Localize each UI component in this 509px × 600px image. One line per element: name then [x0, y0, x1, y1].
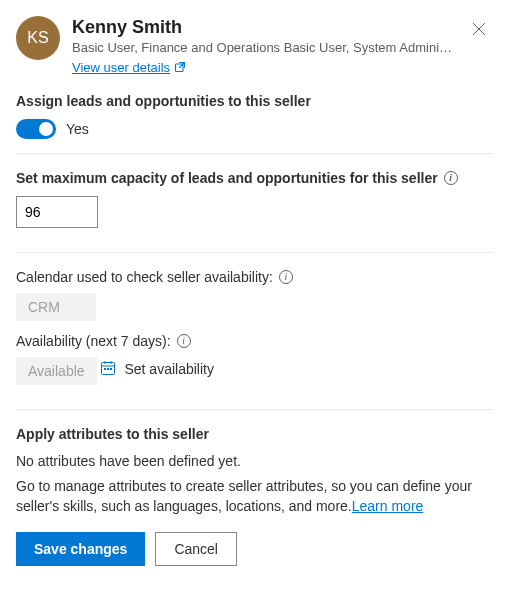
avatar: KS: [16, 16, 60, 60]
save-button[interactable]: Save changes: [16, 532, 145, 566]
calendar-label-text: Calendar used to check seller availabili…: [16, 269, 273, 285]
view-user-details-link[interactable]: View user details: [72, 60, 186, 75]
svg-rect-6: [107, 368, 109, 370]
view-user-details-label: View user details: [72, 60, 170, 75]
open-new-window-icon: [174, 61, 186, 73]
svg-rect-7: [110, 368, 112, 370]
info-icon[interactable]: i: [177, 334, 191, 348]
calendar-icon: [100, 360, 116, 379]
divider: [16, 409, 493, 410]
capacity-label-text: Set maximum capacity of leads and opport…: [16, 170, 438, 186]
divider: [16, 153, 493, 154]
close-icon: [472, 22, 486, 39]
set-availability-label: Set availability: [124, 361, 214, 377]
assign-toggle-text: Yes: [66, 121, 89, 137]
user-name: Kenny Smith: [72, 16, 453, 39]
user-roles: Basic User, Finance and Operations Basic…: [72, 39, 453, 57]
attributes-empty-text: No attributes have been defined yet.: [16, 452, 493, 472]
svg-rect-5: [104, 368, 106, 370]
learn-more-link[interactable]: Learn more: [352, 498, 424, 514]
avatar-initials: KS: [27, 29, 48, 47]
divider: [16, 252, 493, 253]
availability-value: Available: [16, 357, 97, 385]
set-availability-link[interactable]: Set availability: [100, 360, 214, 379]
assign-toggle[interactable]: [16, 119, 56, 139]
capacity-input[interactable]: [16, 196, 98, 228]
calendar-label: Calendar used to check seller availabili…: [16, 269, 493, 285]
attributes-title: Apply attributes to this seller: [16, 426, 493, 442]
attributes-help-row: Go to manage attributes to create seller…: [16, 477, 493, 516]
availability-label: Availability (next 7 days): i: [16, 333, 493, 349]
info-icon[interactable]: i: [279, 270, 293, 284]
calendar-value: CRM: [16, 293, 96, 321]
assign-label: Assign leads and opportunities to this s…: [16, 93, 493, 109]
capacity-label: Set maximum capacity of leads and opport…: [16, 170, 493, 186]
cancel-button[interactable]: Cancel: [155, 532, 237, 566]
info-icon[interactable]: i: [444, 171, 458, 185]
availability-label-text: Availability (next 7 days):: [16, 333, 171, 349]
close-button[interactable]: [465, 16, 493, 44]
